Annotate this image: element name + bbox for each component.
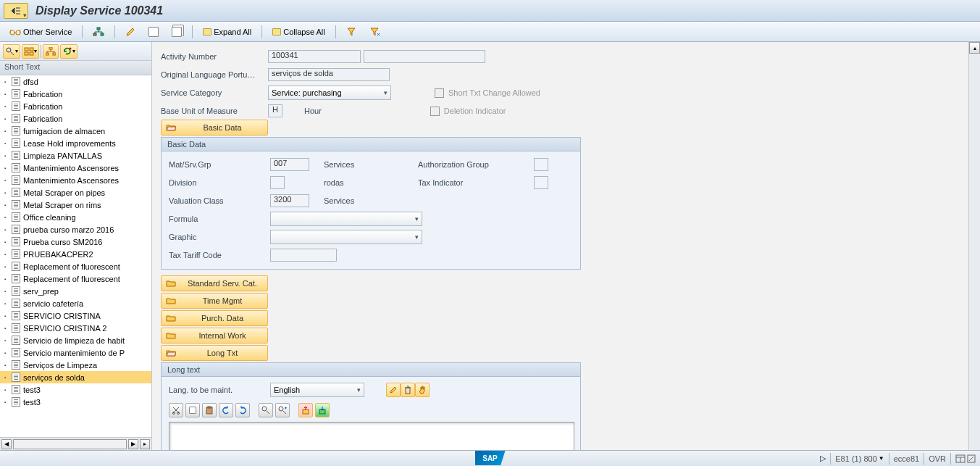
tree-item[interactable]: dfsd bbox=[0, 75, 151, 88]
scroll-end-icon[interactable]: ▸ bbox=[140, 439, 150, 449]
mat-srv-grp-field[interactable]: 007 bbox=[270, 158, 309, 171]
tree-horizontal-scrollbar[interactable]: ◀ ▶ ▸ bbox=[0, 437, 151, 450]
scroll-right-icon[interactable]: ▶ bbox=[128, 439, 138, 449]
document-icon bbox=[12, 286, 20, 296]
undo-button[interactable] bbox=[219, 403, 233, 417]
tree-item[interactable]: test3 bbox=[0, 383, 151, 396]
tree-item[interactable]: Fabrication bbox=[0, 112, 151, 125]
scroll-up-icon[interactable]: ▴ bbox=[969, 42, 980, 54]
tree-item[interactable]: PRUEBAKACPER2 bbox=[0, 248, 151, 260]
tree-item[interactable]: Mantenimiento Ascensores bbox=[0, 174, 151, 186]
tree-item[interactable]: Limpieza PANTALLAS bbox=[0, 149, 151, 162]
document-icon bbox=[12, 188, 20, 197]
svg-rect-10 bbox=[49, 47, 52, 49]
paste-button[interactable] bbox=[202, 403, 217, 417]
delete-text-button[interactable] bbox=[401, 383, 415, 397]
scroll-left-icon[interactable]: ◀ bbox=[1, 439, 12, 449]
tree-item[interactable]: Fabrication bbox=[0, 100, 151, 112]
other-service-button[interactable]: Other Service bbox=[4, 25, 77, 39]
copy-button-2[interactable] bbox=[167, 25, 187, 39]
long-text-editor[interactable] bbox=[169, 422, 574, 450]
base-uom-field[interactable]: H bbox=[268, 104, 282, 117]
copy-button-1[interactable] bbox=[143, 25, 164, 39]
tree-item[interactable]: Metal Scraper on rims bbox=[0, 199, 151, 211]
tree-item[interactable]: Lease Hold improvements bbox=[0, 137, 151, 149]
lang-to-maint-select[interactable]: English bbox=[270, 383, 364, 397]
tree-hierarchy-button[interactable] bbox=[43, 44, 59, 59]
tree-item[interactable]: Fabrication bbox=[0, 88, 151, 100]
tree-item[interactable]: SERVICIO CRISTINA 2 bbox=[0, 322, 151, 334]
cut-button[interactable] bbox=[169, 403, 183, 417]
activity-number-field[interactable]: 100341 bbox=[268, 50, 361, 63]
find-button[interactable] bbox=[259, 403, 273, 417]
tree-item[interactable]: Mantenimiento Ascensores bbox=[0, 162, 151, 174]
tree-layout-button[interactable]: ▾ bbox=[22, 44, 39, 59]
system-dropdown-icon[interactable]: ▼ bbox=[879, 455, 884, 462]
expand-all-button[interactable]: Expand All bbox=[198, 25, 256, 39]
svg-point-20 bbox=[279, 407, 283, 411]
tree-item[interactable]: fumigacion de almacen bbox=[0, 125, 151, 137]
original-language-field[interactable]: serviços de solda bbox=[268, 68, 390, 81]
find-next-button[interactable] bbox=[275, 403, 290, 417]
tree-item[interactable]: serviços de solda bbox=[0, 371, 151, 383]
tree-item[interactable]: Servicio mantenimiento de P bbox=[0, 346, 151, 359]
tree-item-label: prueba curso marzo 2016 bbox=[23, 225, 114, 234]
tree-item[interactable]: servicio cafetería bbox=[0, 297, 151, 309]
text-editor-toolbar bbox=[169, 403, 573, 417]
load-button[interactable] bbox=[298, 403, 313, 417]
time-mgmt-button[interactable]: Time Mgmt bbox=[161, 293, 268, 309]
document-icon bbox=[172, 27, 182, 37]
edit-button[interactable] bbox=[120, 25, 141, 39]
redo-button[interactable] bbox=[235, 403, 250, 417]
tree-find-button[interactable]: ▾ bbox=[3, 44, 20, 59]
messages-icon[interactable]: ▷ bbox=[820, 454, 826, 463]
service-category-select[interactable]: Service: purchasing bbox=[268, 86, 391, 100]
tree-refresh-button[interactable]: ▾ bbox=[60, 44, 78, 59]
std-serv-cat-button[interactable]: Standard Serv. Cat. bbox=[161, 275, 268, 291]
tree-item[interactable]: Metal Scraper on pipes bbox=[0, 186, 151, 199]
editor-copy-button[interactable] bbox=[185, 403, 200, 417]
command-field-icon[interactable] bbox=[4, 3, 28, 19]
division-field[interactable] bbox=[270, 176, 285, 189]
tax-tariff-field[interactable] bbox=[270, 249, 337, 262]
tree-item[interactable]: Prueba curso SM2016 bbox=[0, 236, 151, 248]
tree-item[interactable]: Serviços de Limpeza bbox=[0, 359, 151, 371]
status-layout-icon[interactable] bbox=[955, 454, 966, 463]
filter-button-1[interactable] bbox=[341, 25, 361, 39]
tree-item-label: Servicio de limpieza de habit bbox=[23, 336, 125, 345]
tree-item-label: serviços de solda bbox=[23, 373, 85, 382]
long-txt-button[interactable]: Long Txt bbox=[161, 345, 268, 361]
status-close-icon[interactable] bbox=[967, 454, 976, 463]
hierarchy-button[interactable] bbox=[88, 25, 109, 39]
tree-item[interactable]: test3 bbox=[0, 396, 151, 408]
deletion-indicator-checkbox[interactable] bbox=[430, 107, 440, 116]
filter-button-2[interactable] bbox=[364, 25, 385, 39]
valuation-class-field[interactable]: 3200 bbox=[270, 194, 309, 207]
auth-group-field[interactable] bbox=[534, 158, 548, 171]
tree-item[interactable]: serv_prep bbox=[0, 285, 151, 297]
basic-data-section-button[interactable]: Basic Data bbox=[161, 120, 268, 136]
collapse-all-button[interactable]: Collapse All bbox=[267, 25, 330, 39]
purch-data-button[interactable]: Purch. Data bbox=[161, 310, 268, 326]
activity-number-desc-field[interactable] bbox=[364, 50, 485, 63]
tree-item[interactable]: Servicio de limpieza de habit bbox=[0, 334, 151, 346]
document-icon bbox=[12, 373, 20, 382]
document-icon bbox=[12, 151, 20, 160]
internal-work-button[interactable]: Internal Work bbox=[161, 328, 268, 344]
tax-indicator-field[interactable] bbox=[534, 176, 548, 189]
tree-item[interactable]: SERVICIO CRISTINA bbox=[0, 309, 151, 322]
formula-select[interactable] bbox=[270, 212, 422, 226]
hand-button[interactable] bbox=[415, 383, 430, 397]
tree-item[interactable]: Replacement of fluorescent bbox=[0, 260, 151, 272]
tree-item[interactable]: Office cleaning bbox=[0, 211, 151, 223]
edit-text-button[interactable] bbox=[386, 383, 401, 397]
tree-item[interactable]: prueba curso marzo 2016 bbox=[0, 223, 151, 236]
scroll-track[interactable] bbox=[13, 439, 127, 449]
short-txt-change-checkbox[interactable] bbox=[435, 88, 444, 98]
vertical-scrollbar[interactable]: ▴ bbox=[968, 42, 980, 450]
std-serv-cat-label: Standard Serv. Cat. bbox=[182, 279, 263, 288]
save-local-button[interactable] bbox=[315, 403, 330, 417]
tree-item[interactable]: Replacement of fluorescent bbox=[0, 272, 151, 285]
service-tree[interactable]: dfsdFabricationFabricationFabricationfum… bbox=[0, 75, 151, 437]
graphic-select[interactable] bbox=[270, 230, 422, 244]
